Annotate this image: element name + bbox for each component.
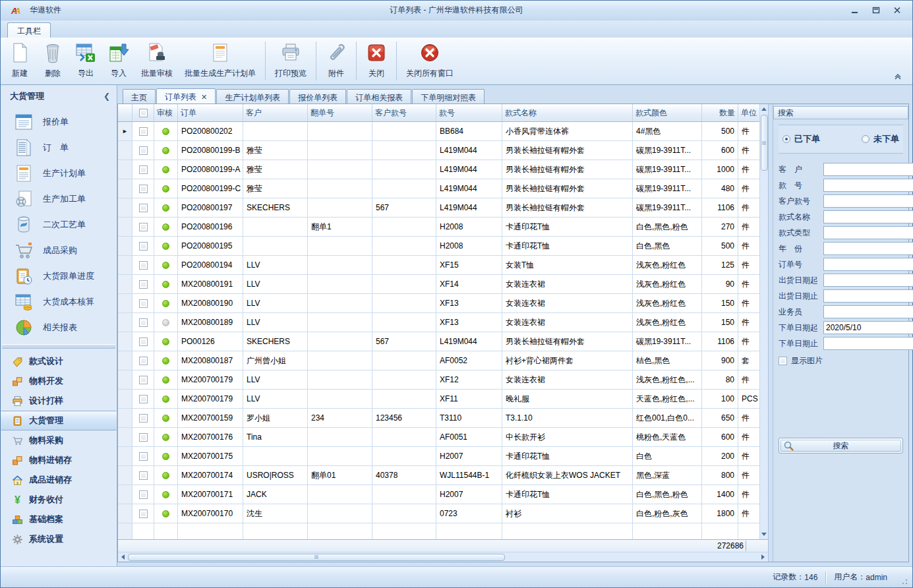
collapse-ribbon-icon[interactable] (893, 71, 903, 80)
scroll-up-icon[interactable] (760, 104, 769, 114)
minimize-button[interactable] (849, 5, 861, 16)
row-checkbox[interactable] (139, 185, 148, 193)
table-row[interactable]: PO200800195H2008卡通印花T恤白色,黑色500件 (118, 237, 759, 256)
toolbar-button-attachment[interactable]: 附件 (320, 39, 353, 83)
column-header-style_name[interactable]: 款式名称 (502, 104, 633, 121)
column-header-check[interactable] (133, 104, 154, 121)
column-header-repeat_no[interactable]: 翻单号 (308, 104, 372, 121)
tab-3[interactable]: 报价单列表 (289, 89, 346, 103)
row-checkbox[interactable] (139, 357, 148, 365)
table-row[interactable]: MX200800191LLVXF14女装连衣裙浅灰色,粉红色90件 (118, 275, 759, 294)
row-checkbox[interactable] (139, 490, 148, 499)
row-checkbox[interactable] (139, 165, 148, 174)
table-row[interactable]: MX200800189LLVXF13女装连衣裙浅灰色,粉红色150件 (118, 313, 759, 332)
row-checkbox[interactable] (139, 510, 148, 518)
row-checkbox[interactable] (139, 471, 148, 480)
tab-1[interactable]: 订单列表✕ (156, 88, 216, 103)
table-row[interactable]: MX200700176TinaAF0051中长款开衫桃粉色,天蓝色600件 (118, 428, 759, 447)
field-input[interactable] (823, 321, 913, 334)
nav-item-finance[interactable]: ¥财务收付 (1, 490, 117, 510)
scroll-down-icon[interactable] (760, 529, 769, 539)
table-row[interactable]: MX200700175H2007卡通印花T恤白色200件 (118, 447, 759, 466)
sidebar-splitter[interactable] (2, 344, 115, 349)
sidebar-item-quotation[interactable]: 报价单 (1, 109, 117, 134)
table-row[interactable]: MX200700179LLVXF11晚礼服天蓝色,粉红色,...100PCS (118, 390, 759, 409)
field-input[interactable] (823, 163, 913, 176)
sidebar-item-production-plan[interactable]: 生产计划单 (1, 160, 117, 186)
field-input[interactable] (823, 194, 913, 208)
column-header-style_no[interactable]: 款号 (436, 104, 502, 121)
row-checkbox[interactable] (139, 261, 148, 270)
table-row[interactable]: PO200800196翻单1H2008卡通印花T恤白色,黑色,粉色270件 (118, 218, 759, 237)
nav-item-style-design[interactable]: 款式设计 (1, 351, 117, 371)
table-row[interactable]: MX200700179LLVXF12女装连衣裙浅灰色,粉红色,...80件 (118, 370, 759, 390)
table-row[interactable]: MX200700171JACKH2007卡通印花T恤白色,黑色,粉色1400件 (118, 485, 759, 504)
row-checkbox[interactable] (139, 127, 148, 136)
tab-2[interactable]: 生产计划单列表 (216, 89, 289, 103)
table-row[interactable]: MX200700170沈生0723衬衫白色,粉色,灰色1800件 (118, 504, 759, 523)
nav-item-finished-inventory[interactable]: 成品进销存 (1, 470, 117, 490)
table-row[interactable]: PO200800199-A雅莹L419M044男装长袖拉链有帽外套碳黑19-39… (118, 160, 759, 179)
row-checkbox[interactable] (139, 280, 148, 289)
nav-item-material-dev[interactable]: 物料开发 (1, 371, 117, 391)
row-checkbox[interactable] (139, 452, 148, 461)
row-checkbox[interactable] (139, 223, 148, 231)
resize-grip[interactable] (899, 576, 908, 585)
table-row[interactable]: MX200700159罗小姐234123456T3110T3.1.10红色001… (118, 409, 759, 428)
radio-option-1[interactable]: 未下单 (862, 133, 899, 145)
toolbar-button-print-preview[interactable]: 打印预览 (269, 39, 312, 83)
toolbar-button-batch-plan[interactable]: 批量生成生产计划单 (179, 39, 262, 83)
toolbar-button-import[interactable]: 导入 (102, 39, 135, 83)
column-header-unit[interactable]: 单位 (738, 104, 759, 121)
toolbar-button-new[interactable]: 新建 (3, 39, 36, 83)
tab-0[interactable]: 主页 (123, 89, 156, 103)
close-button[interactable] (891, 5, 903, 16)
sidebar-item-reports[interactable]: 相关报表 (1, 314, 117, 340)
row-checkbox[interactable] (139, 204, 148, 212)
vertical-scroll-thumb[interactable] (761, 115, 768, 171)
sidebar-item-finished-purchase[interactable]: 成品采购 (1, 237, 117, 263)
field-input[interactable] (823, 258, 913, 271)
show-images-checkbox[interactable]: 显示图片 (779, 355, 903, 367)
nav-item-bulk-mgmt[interactable]: 大货管理 (1, 411, 117, 430)
table-row[interactable]: PO200800197SKECHERS567L419M044男装长袖拉链有帽外套… (118, 198, 759, 218)
ribbon-tab-toolbar[interactable]: 工具栏 (7, 22, 51, 38)
scroll-left-icon[interactable] (118, 552, 128, 562)
row-checkbox[interactable] (139, 376, 148, 384)
sidebar-item-cost-accounting[interactable]: 大货成本核算 (1, 289, 117, 314)
vertical-scrollbar[interactable] (759, 104, 768, 539)
toolbar-button-batch-audit[interactable]: 批量审核 (135, 39, 179, 83)
scroll-right-icon[interactable] (758, 552, 768, 562)
row-checkbox[interactable] (139, 299, 148, 308)
field-input[interactable] (823, 242, 913, 255)
field-input[interactable] (823, 210, 913, 223)
table-row[interactable]: PO00126SKECHERS567L419M044男装长袖拉链有帽外套碳黑19… (118, 332, 759, 351)
column-header-audit[interactable]: 审核 (154, 104, 178, 121)
toolbar-button-delete[interactable]: 删除 (36, 39, 69, 83)
nav-item-design-sample[interactable]: 设计打样 (1, 391, 117, 411)
sidebar-item-order[interactable]: 订 单 (1, 134, 117, 160)
column-header-order[interactable]: 订单 (178, 104, 243, 121)
horizontal-scrollbar[interactable] (118, 552, 768, 562)
row-checkbox[interactable] (139, 318, 148, 327)
field-input[interactable] (823, 305, 913, 318)
select-all-checkbox[interactable] (139, 109, 148, 117)
field-input[interactable] (823, 337, 913, 350)
toolbar-button-export[interactable]: 导出 (69, 39, 102, 83)
sidebar-collapse-icon[interactable]: ❮ (103, 92, 110, 101)
nav-item-system-settings[interactable]: 系统设置 (1, 529, 117, 549)
nav-item-material-inventory[interactable]: 物料进销存 (1, 450, 117, 470)
tab-5[interactable]: 下单明细对照表 (412, 89, 485, 103)
field-input[interactable] (823, 226, 913, 239)
row-checkbox[interactable] (139, 242, 148, 250)
column-header-customer_style_no[interactable]: 客户款号 (372, 104, 436, 121)
field-input[interactable] (823, 274, 913, 287)
sidebar-item-production-process[interactable]: 生产加工单 (1, 186, 117, 212)
row-checkbox[interactable] (139, 146, 148, 155)
sidebar-item-secondary-process[interactable]: 二次工艺单 (1, 212, 117, 237)
row-checkbox[interactable] (139, 414, 148, 423)
toolbar-button-close[interactable]: 关闭 (360, 39, 393, 83)
table-row[interactable]: PO200800199-B雅莹L419M044男装长袖拉链有帽外套碳黑19-39… (118, 141, 759, 160)
table-row[interactable]: MX200800190LLVXF13女装连衣裙浅灰色,粉红色150件 (118, 294, 759, 313)
row-checkbox[interactable] (139, 395, 148, 403)
